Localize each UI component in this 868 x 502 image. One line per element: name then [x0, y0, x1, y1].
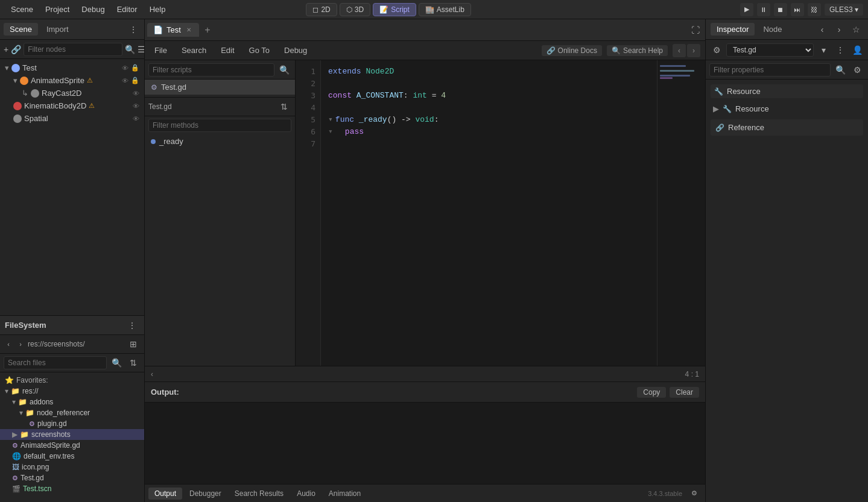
- filter-scripts-input[interactable]: [148, 63, 274, 77]
- scene-tab[interactable]: Scene: [4, 23, 38, 36]
- chevron-icon: ▾: [5, 387, 8, 395]
- inspector-dropdown-icon[interactable]: ▾: [816, 43, 831, 57]
- tree-item-raycast2d[interactable]: ↳ RayCast2D 👁: [0, 87, 144, 99]
- fold-arrow[interactable]: ▾: [328, 115, 333, 124]
- clear-output-button[interactable]: Clear: [670, 387, 699, 398]
- tree-item-spatial[interactable]: Spatial 👁: [0, 112, 144, 125]
- stop-button[interactable]: ⏹: [774, 3, 787, 16]
- menu-search-btn[interactable]: Search: [177, 45, 211, 56]
- view-assetlib-button[interactable]: 🏬 AssetLib: [419, 3, 471, 16]
- collapse-btn[interactable]: ‹: [151, 370, 153, 378]
- grid-view-btn[interactable]: ⊞: [126, 337, 141, 351]
- eye-icon[interactable]: 👁: [133, 115, 139, 122]
- tab-test-gd[interactable]: 📄 Test ✕: [147, 23, 199, 37]
- tree-item-kinematicbody2d[interactable]: KinematicBody2D ⚠ 👁: [0, 99, 144, 112]
- tab-audio[interactable]: Audio: [291, 488, 322, 500]
- prev-nav-button[interactable]: ‹: [673, 44, 686, 57]
- fs-test-tscn[interactable]: 🎬 Test.tscn: [0, 483, 144, 494]
- menu-goto-btn[interactable]: Go To: [244, 45, 274, 56]
- next-nav-button[interactable]: ›: [687, 44, 700, 57]
- bookmark-btn[interactable]: ☆: [849, 22, 863, 37]
- inspector-favorites-icon[interactable]: 👤: [850, 43, 864, 57]
- eye-icon[interactable]: 👁: [122, 64, 128, 72]
- menu-editor[interactable]: Editor: [111, 2, 144, 16]
- expand-editor-button[interactable]: ⛶: [688, 23, 703, 37]
- filter-methods-input[interactable]: [148, 119, 291, 132]
- output-title: Output:: [151, 387, 179, 397]
- fs-icon-png[interactable]: 🖼 icon.png: [0, 462, 144, 472]
- back-button[interactable]: ‹: [4, 339, 13, 349]
- view-script-button[interactable]: 📝 Script: [373, 3, 416, 16]
- menu-debug[interactable]: Debug: [75, 2, 110, 16]
- menu-help[interactable]: Help: [144, 2, 172, 16]
- tab-search-results[interactable]: Search Results: [229, 488, 290, 500]
- method-ready[interactable]: _ready: [145, 134, 295, 148]
- search-files-input[interactable]: [4, 356, 107, 369]
- gles-badge[interactable]: GLES3 ▾: [825, 4, 863, 16]
- menu-scene[interactable]: Scene: [5, 2, 39, 16]
- fs-node-referencer[interactable]: ▾ 📁 node_referencer: [0, 407, 144, 418]
- link-node-button[interactable]: 🔗: [11, 42, 21, 57]
- filter-properties-input[interactable]: [709, 63, 831, 77]
- code-content[interactable]: extends Node2D const A_CONSTANT: int = 4…: [321, 60, 657, 366]
- fs-addons[interactable]: ▾ 📁 addons: [0, 397, 144, 407]
- tree-item-test[interactable]: ▾ Test 👁 🔒: [0, 61, 144, 74]
- inspector-menu-icon[interactable]: ⋮: [833, 43, 847, 57]
- node-tab[interactable]: Node: [757, 23, 788, 36]
- scripts-panel: 🔍 ⚙ Test.gd Test.gd ⇅: [145, 60, 296, 366]
- resource-sub-header[interactable]: ▶ 🔧 Resource: [711, 102, 863, 116]
- history-back-btn[interactable]: ‹: [815, 22, 829, 37]
- filter-nodes-input[interactable]: [24, 43, 122, 56]
- fs-screenshots[interactable]: ▶ 📁 screenshots: [0, 429, 144, 440]
- filter-search-icon[interactable]: 🔍: [125, 42, 135, 57]
- fs-test-gd[interactable]: ⚙ Test.gd: [0, 472, 144, 483]
- view-2d-button[interactable]: ◻ 2D: [306, 3, 337, 16]
- reference-section-header[interactable]: 🔗 Reference: [711, 119, 863, 136]
- eye-icon[interactable]: 👁: [133, 90, 139, 97]
- search-help-button[interactable]: 🔍 Search Help: [607, 45, 668, 56]
- fs-res[interactable]: ▾ 📁 res://: [0, 386, 144, 397]
- menu-debug-btn[interactable]: Debug: [279, 45, 312, 56]
- output-settings-btn[interactable]: ⚙: [687, 486, 702, 501]
- fs-plugin-gd[interactable]: ⚙ plugin.gd: [0, 418, 144, 429]
- status-col: 1: [695, 370, 699, 378]
- fs-animatedsprite-gd[interactable]: ⚙ AnimatedSprite.gd: [0, 440, 144, 451]
- menu-edit-btn[interactable]: Edit: [216, 45, 239, 56]
- scene-menu-btn[interactable]: ⋮: [126, 22, 141, 37]
- inspector-file-select[interactable]: Test.gd: [726, 43, 814, 57]
- filter-scripts-search-icon[interactable]: 🔍: [277, 63, 291, 77]
- menu-project[interactable]: Project: [39, 2, 75, 16]
- sort-icon[interactable]: ⇅: [126, 356, 141, 370]
- sort-methods-btn[interactable]: ⇅: [277, 99, 291, 114]
- script-file-test-gd[interactable]: ⚙ Test.gd: [145, 80, 295, 95]
- filter-options-icon[interactable]: ⚙: [850, 63, 864, 77]
- fs-default-env[interactable]: 🌐 default_env.tres: [0, 451, 144, 462]
- online-docs-button[interactable]: 🔗 Online Docs: [542, 45, 602, 56]
- tab-debugger[interactable]: Debugger: [183, 488, 227, 500]
- copy-output-button[interactable]: Copy: [637, 387, 666, 398]
- tab-close-button[interactable]: ✕: [185, 26, 193, 34]
- tree-item-animatedsprite[interactable]: ▾ AnimatedSprite ⚠ 👁 🔒: [0, 74, 144, 87]
- add-node-button[interactable]: +: [4, 42, 8, 57]
- remote-debug-button[interactable]: ⛓: [808, 3, 821, 16]
- tab-output[interactable]: Output: [148, 488, 182, 500]
- filter-search-icon[interactable]: 🔍: [833, 63, 847, 77]
- play-button[interactable]: ▶: [740, 3, 753, 16]
- forward-button[interactable]: ›: [16, 339, 25, 349]
- history-forward-btn[interactable]: ›: [832, 22, 846, 37]
- inspector-tab[interactable]: Inspector: [711, 23, 755, 36]
- pause-button[interactable]: ⏸: [757, 3, 770, 16]
- eye-icon[interactable]: 👁: [122, 77, 128, 84]
- eye-icon[interactable]: 👁: [133, 102, 139, 110]
- scene-options-icon[interactable]: ☰: [138, 42, 144, 57]
- view-3d-button[interactable]: ⬡ 3D: [340, 3, 370, 16]
- editor-tabs: 📄 Test ✕ + ⛶: [145, 19, 705, 41]
- search-icon[interactable]: 🔍: [109, 356, 124, 370]
- step-button[interactable]: ⏭: [791, 3, 804, 16]
- tab-animation[interactable]: Animation: [323, 488, 367, 500]
- import-tab[interactable]: Import: [40, 23, 75, 36]
- menu-file-btn[interactable]: File: [150, 45, 172, 56]
- resource-section-header[interactable]: 🔧 Resource: [711, 84, 863, 98]
- filesystem-menu-btn[interactable]: ⋮: [125, 318, 139, 333]
- tab-add-button[interactable]: +: [200, 23, 215, 37]
